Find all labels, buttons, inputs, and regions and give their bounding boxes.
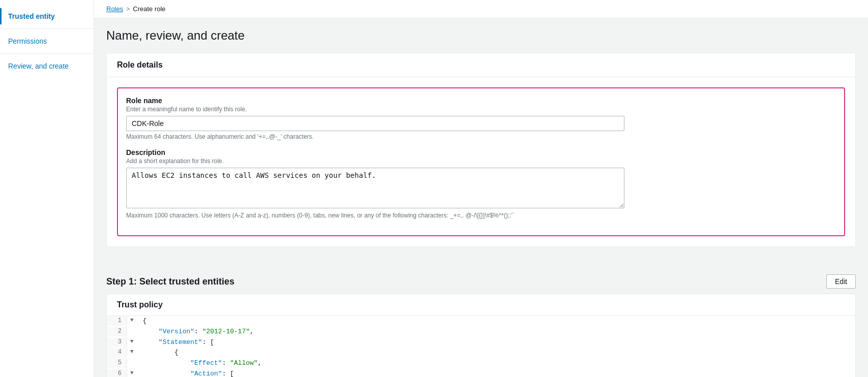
description-hint: Add a short explanation for this role. <box>126 158 836 165</box>
code-line-5: 5 "Effect": "Allow", <box>107 358 855 369</box>
role-details-highlight: Role name Enter a meaningful name to ide… <box>117 87 845 236</box>
role-details-card: Role details Role name Enter a meaningfu… <box>106 53 856 247</box>
step1-header-row: Step 1: Select trusted entities Edit <box>106 267 856 294</box>
trust-policy-header: Trust policy <box>107 294 855 316</box>
main-content: Roles > Create role Name, review, and cr… <box>94 0 868 377</box>
breadcrumb-separator: > <box>126 6 130 13</box>
sidebar-item-review-create[interactable]: Review, and create <box>0 58 94 74</box>
trust-policy-code: 1 ▼ { 2 "Version": "2012-10-17", 3 ▼ "St… <box>107 316 855 377</box>
code-line-6: 6 ▼ "Action": [ <box>107 369 855 377</box>
breadcrumb: Roles > Create role <box>94 0 868 18</box>
code-line-2: 2 "Version": "2012-10-17", <box>107 327 855 337</box>
sidebar-item-permissions[interactable]: Permissions <box>0 33 94 49</box>
trust-policy-card: Trust policy 1 ▼ { 2 "Version": "2012-10… <box>106 294 856 377</box>
role-details-body: Role name Enter a meaningful name to ide… <box>107 77 855 246</box>
description-label: Description <box>126 148 836 156</box>
role-name-label: Role name <box>126 97 836 105</box>
role-name-constraint: Maximum 64 characters. Use alphanumeric … <box>126 133 836 140</box>
breadcrumb-roles-link[interactable]: Roles <box>106 5 123 13</box>
role-name-input[interactable] <box>126 116 624 131</box>
sidebar: Trusted entity Permissions Review, and c… <box>0 0 94 377</box>
role-details-header: Role details <box>107 53 855 77</box>
code-line-3: 3 ▼ "Statement": [ <box>107 337 855 348</box>
step1-title: Step 1: Select trusted entities <box>106 276 234 287</box>
step1-section: Step 1: Select trusted entities Edit Tru… <box>94 267 868 377</box>
sidebar-item-trusted-entity[interactable]: Trusted entity <box>0 8 94 24</box>
code-line-1: 1 ▼ { <box>107 316 855 327</box>
edit-button[interactable]: Edit <box>826 274 856 289</box>
page-area: Name, review, and create Role details Ro… <box>94 18 868 267</box>
code-line-4: 4 ▼ { <box>107 348 855 358</box>
breadcrumb-current: Create role <box>133 5 165 13</box>
role-name-hint: Enter a meaningful name to identify this… <box>126 106 836 113</box>
page-title: Name, review, and create <box>106 28 856 43</box>
description-textarea[interactable]: Allows EC2 instances to call AWS service… <box>126 168 624 208</box>
description-constraint: Maximum 1000 characters. Use letters (A-… <box>126 212 836 219</box>
